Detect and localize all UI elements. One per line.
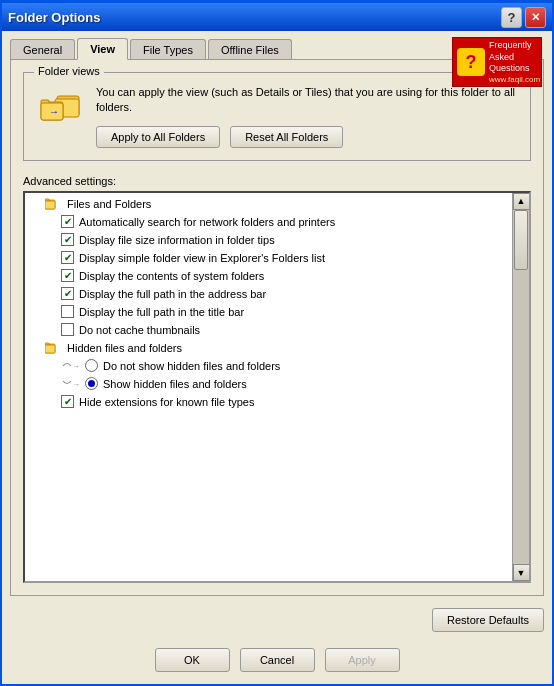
list-item[interactable]: → Show hidden files and folders <box>25 375 512 393</box>
checkbox-file-size[interactable]: ✔ <box>61 233 74 246</box>
apply-button[interactable]: Apply <box>325 648 400 672</box>
folder-views-desc: You can apply the view (such as Details … <box>96 85 518 116</box>
tab-view[interactable]: View <box>77 38 128 60</box>
tab-general[interactable]: General <box>10 39 75 60</box>
checkbox-simple-folder[interactable]: ✔ <box>61 251 74 264</box>
faq-text-block: Frequently Asked Questions www.faqil.com <box>489 40 540 84</box>
svg-text:→: → <box>72 380 80 389</box>
full-path-title-label: Display the full path in the title bar <box>79 306 244 318</box>
no-cache-thumbnails-label: Do not cache thumbnails <box>79 324 200 336</box>
scrollbar: ▲ ▼ <box>512 193 529 581</box>
files-and-folders-label: Files and Folders <box>67 198 151 210</box>
scroll-up-button[interactable]: ▲ <box>513 193 530 210</box>
svg-rect-11 <box>45 345 55 353</box>
folder-views-buttons: Apply to All Folders Reset All Folders <box>96 126 518 148</box>
advanced-settings-label: Advanced settings: <box>23 175 531 187</box>
show-hidden-label: Show hidden files and folders <box>103 378 247 390</box>
checkbox-full-path-title[interactable] <box>61 305 74 318</box>
faq-badge[interactable]: ? Frequently Asked Questions www.faqil.c… <box>452 37 542 89</box>
hide-extensions-label: Hide extensions for known file types <box>79 396 254 408</box>
do-not-show-label: Do not show hidden files and folders <box>103 360 280 372</box>
scroll-track[interactable] <box>513 210 529 564</box>
restore-defaults-button[interactable]: Restore Defaults <box>432 608 544 632</box>
full-path-address-label: Display the full path in the address bar <box>79 288 266 300</box>
svg-text:→: → <box>72 362 80 371</box>
apply-to-all-folders-button[interactable]: Apply to All Folders <box>96 126 220 148</box>
scroll-down-button[interactable]: ▼ <box>513 564 530 581</box>
reset-all-folders-button[interactable]: Reset All Folders <box>230 126 343 148</box>
arrow-do-not-show: → <box>61 359 81 373</box>
radio-do-not-show[interactable] <box>85 359 98 372</box>
checkbox-full-path-address[interactable]: ✔ <box>61 287 74 300</box>
faq-icon: ? <box>457 48 485 76</box>
tab-content-view: Folder views → <box>10 59 544 596</box>
list-item[interactable]: ✔ Automatically search for network folde… <box>25 213 512 231</box>
system-folders-label: Display the contents of system folders <box>79 270 264 282</box>
list-item[interactable]: Display the full path in the title bar <box>25 303 512 321</box>
checkbox-no-cache-thumbnails[interactable] <box>61 323 74 336</box>
list-item[interactable]: ✔ Display the full path in the address b… <box>25 285 512 303</box>
radio-inner-show <box>88 380 95 387</box>
title-bar-buttons: ? ✕ <box>501 7 546 28</box>
radio-show[interactable] <box>85 377 98 390</box>
file-size-label: Display file size information in folder … <box>79 234 275 246</box>
list-item: Hidden files and folders <box>25 339 512 357</box>
svg-text:→: → <box>49 106 59 117</box>
dialog-buttons: OK Cancel Apply <box>2 640 552 684</box>
folder-hidden-icon <box>45 341 63 355</box>
folder-views-content: You can apply the view (such as Details … <box>96 85 518 148</box>
bottom-section: Restore Defaults <box>2 604 552 640</box>
folder-icon: → <box>39 92 83 128</box>
folder-icon-area: → <box>36 85 86 135</box>
ok-button[interactable]: OK <box>155 648 230 672</box>
folder-views-inner: → You can apply the view (such as Detail… <box>36 85 518 148</box>
list-item: Files and Folders <box>25 195 512 213</box>
faq-line3: Questions <box>489 63 540 75</box>
faq-url: www.faqil.com <box>489 75 540 84</box>
cancel-button[interactable]: Cancel <box>240 648 315 672</box>
checkbox-system-folders[interactable]: ✔ <box>61 269 74 282</box>
tab-offline-files[interactable]: Offline Files <box>208 39 292 60</box>
folder-options-window: Folder Options ? ✕ ? Frequently Asked Qu… <box>0 0 554 686</box>
hidden-files-label: Hidden files and folders <box>67 342 182 354</box>
settings-list: Files and Folders ✔ Automatically search… <box>25 193 512 581</box>
checkbox-auto-search[interactable]: ✔ <box>61 215 74 228</box>
folder-views-label: Folder views <box>34 65 104 77</box>
window-title: Folder Options <box>8 10 100 25</box>
checkbox-hide-extensions[interactable]: ✔ <box>61 395 74 408</box>
list-item[interactable]: ✔ Hide extensions for known file types <box>25 393 512 411</box>
faq-line1: Frequently <box>489 40 540 52</box>
list-item[interactable]: ✔ Display the contents of system folders <box>25 267 512 285</box>
faq-line2: Asked <box>489 52 540 64</box>
tab-file-types[interactable]: File Types <box>130 39 206 60</box>
title-bar: Folder Options ? ✕ <box>2 3 552 31</box>
auto-search-label: Automatically search for network folders… <box>79 216 335 228</box>
help-button[interactable]: ? <box>501 7 522 28</box>
list-item[interactable]: ✔ Display simple folder view in Explorer… <box>25 249 512 267</box>
scroll-thumb[interactable] <box>514 210 528 270</box>
list-item[interactable]: Do not cache thumbnails <box>25 321 512 339</box>
settings-list-container: Files and Folders ✔ Automatically search… <box>23 191 531 583</box>
list-item[interactable]: ✔ Display file size information in folde… <box>25 231 512 249</box>
svg-rect-8 <box>45 201 55 209</box>
close-button[interactable]: ✕ <box>525 7 546 28</box>
folder-small-icon <box>45 197 63 211</box>
simple-folder-label: Display simple folder view in Explorer's… <box>79 252 325 264</box>
arrow-show: → <box>61 377 81 391</box>
list-item[interactable]: → Do not show hidden files and folders <box>25 357 512 375</box>
